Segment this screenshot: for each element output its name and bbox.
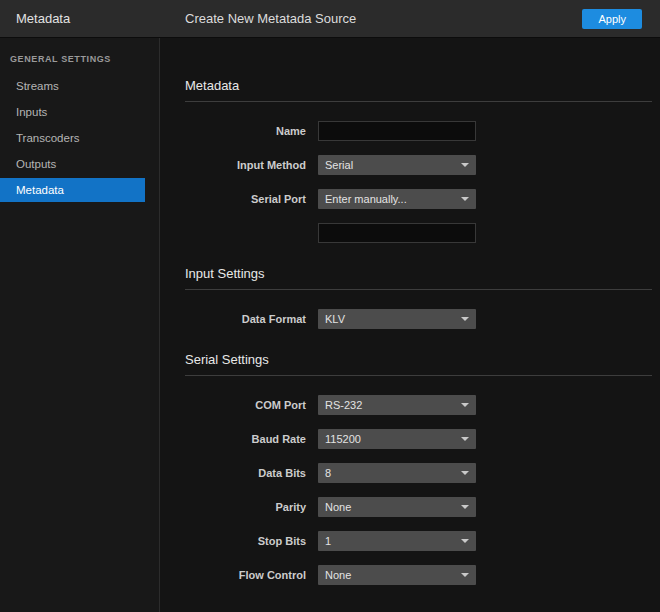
section-title: Serial Settings (185, 352, 652, 367)
select-value: RS-232 (325, 399, 362, 411)
form-row-input-method: Input Method Serial (185, 154, 652, 176)
form-row-serial-port-manual (185, 222, 652, 244)
section-title: Metadata (185, 78, 652, 93)
form-row-name: Name (185, 120, 652, 142)
form-row-serial-port: Serial Port Enter manually... (185, 188, 652, 210)
sidebar-item-outputs[interactable]: Outputs (0, 152, 145, 176)
com-port-select[interactable]: RS-232 (318, 395, 476, 415)
chevron-down-icon (461, 471, 469, 475)
chevron-down-icon (461, 539, 469, 543)
name-input[interactable] (318, 121, 476, 141)
input-method-select[interactable]: Serial (318, 155, 476, 175)
form-row-stop-bits: Stop Bits 1 (185, 530, 652, 552)
chevron-down-icon (461, 197, 469, 201)
field-label: Parity (185, 501, 306, 513)
parity-select[interactable]: None (318, 497, 476, 517)
sidebar-item-transcoders[interactable]: Transcoders (0, 126, 145, 150)
field-label: Name (185, 125, 306, 137)
form-row-com-port: COM Port RS-232 (185, 394, 652, 416)
select-value: 1 (325, 535, 331, 547)
chevron-down-icon (461, 403, 469, 407)
field-label: Data Format (185, 313, 306, 325)
section-title: Input Settings (185, 266, 652, 281)
chevron-down-icon (461, 437, 469, 441)
chevron-down-icon (461, 317, 469, 321)
field-label: Input Method (185, 159, 306, 171)
section-metadata: Metadata Name Input Method Serial Serial… (185, 78, 652, 244)
chevron-down-icon (461, 573, 469, 577)
header-bar: Metadata Create New Metatada Source Appl… (0, 0, 660, 38)
main-content: Metadata Name Input Method Serial Serial… (160, 38, 660, 612)
sidebar: GENERAL SETTINGS Streams Inputs Transcod… (0, 38, 160, 612)
form-row-parity: Parity None (185, 496, 652, 518)
sidebar-item-streams[interactable]: Streams (0, 74, 145, 98)
stop-bits-select[interactable]: 1 (318, 531, 476, 551)
baud-rate-select[interactable]: 115200 (318, 429, 476, 449)
select-value: 8 (325, 467, 331, 479)
section-input-settings: Input Settings Data Format KLV (185, 266, 652, 330)
sidebar-section-label: GENERAL SETTINGS (0, 54, 159, 74)
form-row-data-bits: Data Bits 8 (185, 462, 652, 484)
sidebar-item-metadata[interactable]: Metadata (0, 178, 145, 202)
select-value: KLV (325, 313, 345, 325)
data-format-select[interactable]: KLV (318, 309, 476, 329)
form-row-data-format: Data Format KLV (185, 308, 652, 330)
field-label: Serial Port (185, 193, 306, 205)
field-label: Flow Control (185, 569, 306, 581)
select-value: 115200 (325, 433, 361, 445)
data-bits-select[interactable]: 8 (318, 463, 476, 483)
page-title: Create New Metatada Source (185, 11, 356, 26)
chevron-down-icon (461, 163, 469, 167)
app-title: Metadata (0, 11, 160, 26)
form-row-flow-control: Flow Control None (185, 564, 652, 586)
flow-control-select[interactable]: None (318, 565, 476, 585)
sidebar-item-inputs[interactable]: Inputs (0, 100, 145, 124)
field-label: Stop Bits (185, 535, 306, 547)
section-serial-settings: Serial Settings COM Port RS-232 Baud Rat… (185, 352, 652, 586)
select-value: Serial (325, 159, 353, 171)
section-divider (185, 375, 652, 376)
section-divider (185, 289, 652, 290)
chevron-down-icon (461, 505, 469, 509)
field-label: COM Port (185, 399, 306, 411)
serial-port-manual-input[interactable] (318, 223, 476, 243)
field-label: Data Bits (185, 467, 306, 479)
form-row-baud-rate: Baud Rate 115200 (185, 428, 652, 450)
serial-port-select[interactable]: Enter manually... (318, 189, 476, 209)
select-value: Enter manually... (325, 193, 407, 205)
field-label: Baud Rate (185, 433, 306, 445)
select-value: None (325, 569, 351, 581)
select-value: None (325, 501, 351, 513)
apply-button[interactable]: Apply (582, 9, 642, 29)
section-divider (185, 101, 652, 102)
